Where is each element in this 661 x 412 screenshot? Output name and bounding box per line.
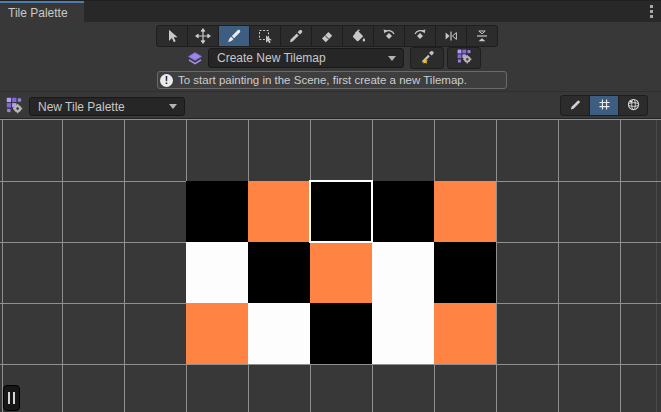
tab-tile-palette[interactable]: Tile Palette [0,1,84,22]
tool-eraser-button[interactable] [311,25,343,47]
warning-icon: ! [160,74,173,87]
select-icon [164,28,180,44]
palette-tile-orange[interactable] [186,303,248,364]
active-tilemap-value: Create New Tilemap [209,51,388,65]
picker-icon [288,28,304,44]
right-edge-divider [656,119,657,412]
palette-toolbar-handle[interactable] [3,385,20,411]
tool-flip-horizontal-button[interactable] [435,25,467,47]
palette-grid-canvas[interactable] [0,119,661,412]
flip-vertical-icon [474,28,490,44]
warning-helpbox: ! To start painting in the Scene, first … [157,71,507,89]
tilemap-layers-icon [186,50,204,72]
tool-select-button[interactable] [156,25,188,47]
tool-picker-button[interactable] [280,25,312,47]
kebab-menu-icon[interactable] [650,5,653,18]
eraser-icon [319,28,335,44]
pick-brush-button[interactable] [410,47,444,69]
palette-tile-orange[interactable] [310,242,372,303]
grid-line [0,119,661,120]
tool-rotate-cw-button[interactable] [404,25,436,47]
rotate-cw-icon [412,28,428,44]
tool-fill-button[interactable] [342,25,374,47]
grid-line [62,119,63,412]
tool-flip-vertical-button[interactable] [466,25,498,47]
flip-horizontal-icon [443,28,459,44]
palette-tile-black[interactable] [310,303,372,364]
rotate-ccw-icon [381,28,397,44]
rect-select-icon [257,28,273,44]
tab-title: Tile Palette [8,6,68,20]
palette-tile-white[interactable] [248,303,310,364]
tool-rotate-ccw-button[interactable] [373,25,405,47]
grid-line [2,119,3,412]
palette-dropdown-value: New Tile Palette [30,100,169,114]
tool-brush-button[interactable] [218,25,250,47]
move-icon [195,28,211,44]
view-edit-button[interactable] [560,95,590,116]
grid-line [124,119,125,412]
palette-tile-orange[interactable] [434,181,496,242]
chevron-down-icon [169,104,177,109]
tile-palette-window: Tile Palette Create New Tilemap [0,0,661,412]
fill-icon [350,28,366,44]
palette-tile-black[interactable] [186,181,248,242]
palette-tile-white[interactable] [372,242,434,303]
warning-text: To start painting in the Scene, first cr… [178,74,467,86]
palette-tile-white[interactable] [186,242,248,303]
palette-dropdown[interactable]: New Tile Palette [29,97,185,116]
grid-line [620,119,621,412]
palette-tile-black[interactable] [372,181,434,242]
brush-pick-group [410,47,481,69]
paint-tool-row [156,25,498,47]
tile-palette-icon [5,96,24,119]
view-grid-button[interactable] [589,95,619,116]
palette-tile-black[interactable] [248,242,310,303]
palette-tile-orange[interactable] [248,181,310,242]
palette-view-tools [560,95,648,116]
palette-tile-black[interactable] [434,242,496,303]
gizmo-icon [626,97,641,115]
active-tilemap-dropdown[interactable]: Create New Tilemap [208,48,404,68]
eyedropper-star-icon [419,49,435,68]
palette-toolbar: New Tile Palette [0,91,661,119]
edit-icon [568,97,583,115]
tile-palette-mini-icon [456,48,473,68]
brush-icon [226,28,242,44]
palette-tile-white[interactable] [372,303,434,364]
tool-move-button[interactable] [187,25,219,47]
view-gizmo-button[interactable] [618,95,648,116]
brush-selection-outline [309,180,373,243]
brush-picks-button[interactable] [447,47,481,69]
tool-rect-select-button[interactable] [249,25,281,47]
grid-icon [597,97,612,115]
palette-tile-orange[interactable] [434,303,496,364]
chevron-down-icon [388,56,396,61]
grid-line [496,119,497,412]
grid-line [558,119,559,412]
grid-line [0,364,661,365]
titlebar: Tile Palette [0,1,661,22]
